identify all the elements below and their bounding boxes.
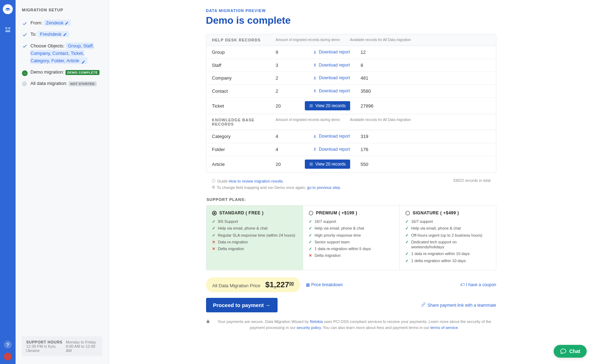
demo-count: 9 [276,50,297,55]
plan-radio[interactable] [405,211,410,215]
table-row: Ticket 20 View 20 records 27896 [206,98,496,114]
plan-radio[interactable] [212,211,217,215]
plan-name: STANDARD ( FREE ) [219,210,264,215]
check-icon: ✓ [405,258,409,263]
terms-link[interactable]: terms of service [431,325,458,330]
view-records-button[interactable]: View 20 records [305,101,350,110]
cross-icon: ✕ [212,246,216,251]
download-report-link[interactable]: Download report [313,134,350,139]
sidebar: MIGRATION SETUP From: Zendesk To: [16,0,109,364]
pre-title: DATA MIGRATION PREVIEW [206,8,496,13]
available-count: 3580 [350,88,490,94]
dashboard-icon[interactable] [3,25,13,35]
plan-feature: ✓1 delta migration within 10 days [405,258,490,263]
download-report-link[interactable]: Download report [313,88,350,93]
plan-feature: ✓Dedicated tech support on weekends/holi… [405,239,490,250]
secure-note: Your payments are secure. Data Migration… [206,319,496,330]
plan-feature: ✓Off-hours urgent (up to 2 business hour… [405,233,490,238]
lock-icon [206,319,210,330]
table-row: Folder 4 Download report 176 [206,143,496,156]
gear-icon: ⚙ [212,185,215,190]
check-icon [22,21,28,26]
available-count: 481 [350,75,490,81]
download-report-link[interactable]: Download report [313,75,350,80]
plan-option[interactable]: SIGNATURE ( +$499 ) ✓16/7 support✓Help v… [400,206,496,270]
svg-point-2 [6,8,10,10]
step-objects: Choose Objects: Group, Staff, Company, C… [22,42,102,64]
support-hours: SUPPORT HOURS 12:38 PM in Kyiv, Ukraine … [22,336,102,356]
plan-feature: ✓Regular SLA response time (within 24 ho… [212,233,297,238]
demo-count: 20 [276,162,297,167]
check-icon: ✓ [405,226,409,231]
main-content: DATA MIGRATION PREVIEW Demo is complete … [109,0,593,364]
record-name: Contact [212,88,276,94]
download-report-link[interactable]: Download report [313,147,350,152]
check-icon: ✓ [309,246,313,251]
download-report-link[interactable]: Download report [313,63,350,68]
check-icon: ✓ [309,239,313,244]
demo-count: 4 [276,134,297,139]
table-row: Group 9 Download report 12 [206,46,496,59]
demo-count: 2 [276,88,297,94]
link-icon [421,302,426,308]
pencil-icon [81,59,85,63]
guide-link[interactable]: How to review migration results [229,179,283,183]
price-amount: $1,227 [265,280,289,289]
support-plans: STANDARD ( FREE ) ✓9/5 Support✓Help via … [206,205,496,270]
relokia-link[interactable]: Relokia [310,319,323,324]
view-records-button[interactable]: View 20 records [305,160,350,169]
proceed-button[interactable]: Proceed to payment → [206,298,278,312]
plan-feature: ✓Senior support team [309,239,394,244]
demo-count: 4 [276,147,297,152]
plan-feature: ✕Delta migration [309,253,394,258]
plan-radio[interactable] [309,211,313,215]
available-count: 176 [350,147,490,152]
record-name: Staff [212,63,276,68]
kb-header: KNOWLEDGE BASE RECORDS [212,118,276,126]
alldata-status-badge: NOT STARTED [69,81,97,86]
chat-icon [560,348,566,354]
price-pill: All Data Migration Price $1,22700 [206,277,300,292]
step-demo: → Demo migration: DEMO COMPLETE [22,69,102,76]
coupon-link[interactable]: 🏷 I have a coupon [460,282,496,287]
record-name: Folder [212,147,276,152]
check-icon: ✓ [212,233,216,238]
security-policy-link[interactable]: security policy [297,325,321,330]
plan-feature: ✕Delta migration [212,246,297,251]
info-icon: ⓘ [212,178,216,184]
record-name: Company [212,75,276,81]
helpdesk-header: HELP DESK RECORDS [212,38,276,42]
download-report-link[interactable]: Download report [313,50,350,54]
step-all-data: All data migration: NOT STARTED [22,81,102,87]
logo[interactable] [3,4,13,14]
plan-option[interactable]: PREMIUM ( +$199 ) ✓16/7 support✓Help via… [303,206,400,270]
svg-rect-3 [5,27,7,29]
cross-icon: ✕ [212,239,216,244]
record-name: Article [212,162,276,167]
chat-widget[interactable]: Chat [554,345,587,358]
available-count: 550 [350,162,490,167]
plan-feature: ✓16/7 support [309,219,394,224]
pencil-icon [65,21,69,25]
previous-step-link[interactable]: go to previous step [307,185,340,190]
table-row: Category 4 Download report 319 [206,130,496,143]
table-notes: ⓘ Guide How to review migration results.… [206,175,496,191]
avatar[interactable] [4,353,12,360]
cross-icon: ✕ [309,253,313,258]
plan-option[interactable]: STANDARD ( FREE ) ✓9/5 Support✓Help via … [206,206,303,270]
available-count: 12 [350,50,490,55]
price-breakdown-link[interactable]: ▦ Price breakdown [306,282,343,287]
help-icon[interactable]: ? [4,341,12,348]
step-from: From: Zendesk [22,20,102,26]
pencil-icon [63,32,67,36]
check-icon: ✓ [309,226,313,231]
status-running-icon: → [22,70,28,76]
share-link[interactable]: Share payment link with a teammate [421,302,496,308]
records-table: HELP DESK RECORDS Amount of migrated rec… [206,34,496,173]
svg-rect-4 [8,27,10,29]
check-icon: ✓ [212,219,216,224]
step-to-value[interactable]: Freshdesk [38,31,69,37]
check-icon [22,32,28,37]
step-from-value[interactable]: Zendesk [44,20,71,26]
plan-feature: ✓1 data re-migration within 10 days [405,251,490,256]
